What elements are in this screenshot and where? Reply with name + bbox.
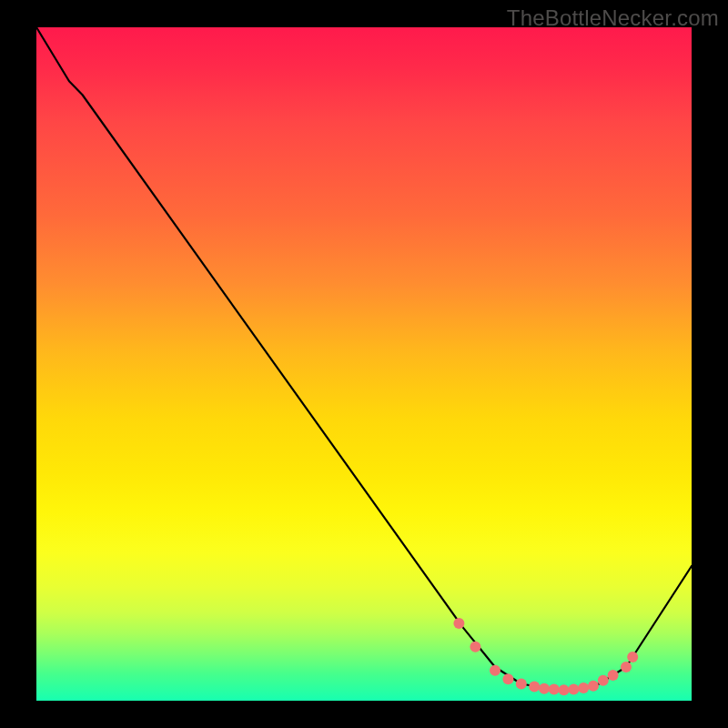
marker-dot xyxy=(598,675,609,686)
marker-dot xyxy=(627,652,638,662)
marker-dot xyxy=(621,662,632,672)
marker-dot xyxy=(608,670,619,681)
marker-group xyxy=(453,618,638,695)
marker-dot xyxy=(559,684,570,695)
marker-dot xyxy=(588,681,599,692)
marker-dot xyxy=(568,683,579,694)
marker-dot xyxy=(453,618,464,629)
marker-dot xyxy=(490,665,500,676)
marker-dot xyxy=(539,683,550,694)
marker-dot xyxy=(578,682,589,693)
curve-layer xyxy=(36,27,692,701)
plot-area xyxy=(36,27,692,701)
marker-dot xyxy=(502,673,513,684)
marker-dot xyxy=(529,682,540,693)
marker-dot xyxy=(549,683,560,694)
main-curve xyxy=(36,27,692,691)
marker-dot xyxy=(470,642,480,652)
marker-dot xyxy=(516,679,527,690)
chart-stage: TheBottleNecker.com xyxy=(0,0,728,728)
